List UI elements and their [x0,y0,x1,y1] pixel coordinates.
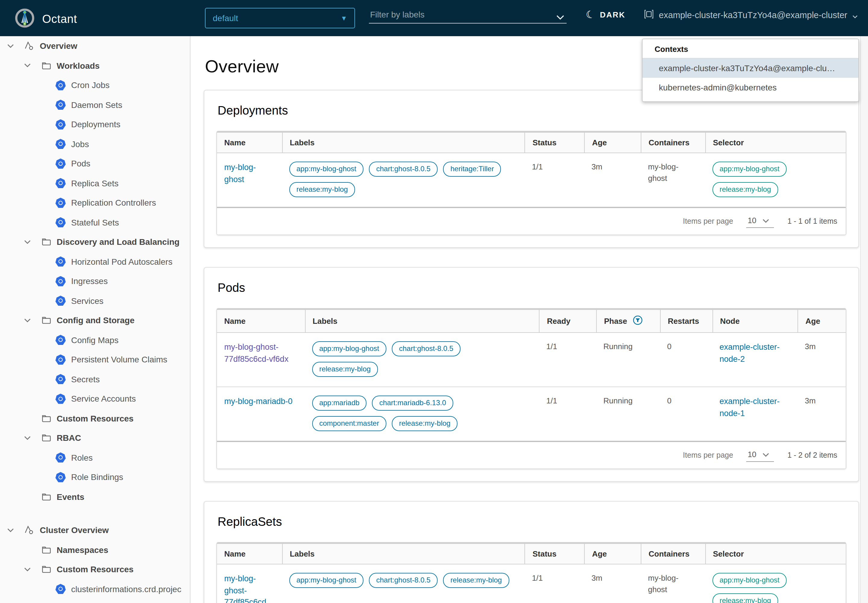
crd-icon [56,584,66,594]
label-tag[interactable]: release:my-blog [312,362,378,377]
context-option-example-cluster-ka3tutzyo4a-example-clu[interactable]: example-cluster-ka3TuTzYo4a@example-clu… [643,59,858,78]
label-tag[interactable]: release:my-blog [392,416,458,431]
chevron-down-icon[interactable] [23,436,31,440]
sidebar-item-daemon-sets[interactable]: Daemon Sets [0,95,190,114]
column-header-label: Name [224,549,246,558]
sidebar-item-jobs[interactable]: Jobs [0,134,190,154]
sidebar-item-replication-controllers[interactable]: Replication Controllers [0,193,190,213]
sidebar-item-namespaces[interactable]: Namespaces [0,540,190,560]
selector-tag[interactable]: release:my-blog [712,182,778,197]
label-tag[interactable]: app:mariadb [312,396,366,411]
theme-toggle-button[interactable]: ☾ DARK [586,10,626,20]
label-tag[interactable]: chart:ghost-8.0.5 [369,162,438,177]
sidebar-item-csidrivers-csi-storage-k8s-io[interactable]: csidrivers.csi.storage.k8s.io [0,599,190,603]
chevron-down-icon[interactable] [23,567,31,572]
label-tag[interactable]: app:my-blog-ghost [312,341,386,356]
sidebar-item-secrets[interactable]: Secrets [0,370,190,389]
tag-list: app:my-blog-ghostchart:ghost-8.0.5herita… [289,162,514,197]
folder-icon [41,545,51,555]
resource-link[interactable]: my-blog-mariadb-0 [224,396,293,407]
sidebar-item-cron-jobs[interactable]: Cron Jobs [0,76,190,95]
sidebar-item-label: Custom Resources [57,565,133,574]
label-tag[interactable]: component:master [312,416,386,431]
table-header-row: NameLabelsStatusAgeContainersSelector [217,133,846,153]
label-tag[interactable]: app:my-blog-ghost [289,573,363,588]
node-link[interactable]: example-cluster-node-2 [720,341,787,365]
tag-list: app:my-blog-ghostrelease:my-blog [712,573,835,603]
cell-text: 3m [592,162,602,171]
table-row: my-blog-mariadb-0app:mariadbchart:mariad… [217,387,846,441]
column-header-name: Name [217,310,305,332]
sidebar-item-clusterinformations-crd-projec[interactable]: clusterinformations.crd.projec [0,579,190,599]
chevron-down-icon[interactable] [23,240,31,244]
label-tag[interactable]: chart:ghost-8.0.5 [392,341,460,356]
sidebar-item-replica-sets[interactable]: Replica Sets [0,173,190,193]
cell-containers: my-blog-ghost [641,153,705,194]
table-row: my-blog-ghostapp:my-blog-ghostchart:ghos… [217,153,846,207]
sidebar-item-custom-resources[interactable]: Custom Resources [0,408,190,428]
secrets-icon [56,374,66,384]
sidebar-item-service-accounts[interactable]: Service Accounts [0,389,190,408]
sidebar-item-cluster-overview[interactable]: Cluster Overview [0,520,190,540]
sidebar-item-workloads[interactable]: Workloads [0,56,190,76]
sidebar-item-label: Cron Jobs [71,80,110,90]
badge-glyph [59,181,63,186]
sidebar-item-rbac[interactable]: RBAC [0,428,190,448]
badge-glyph [59,260,63,264]
node-link[interactable]: example-cluster-node-1 [720,396,787,419]
sidebar-item-discovery-and-load-balancing[interactable]: Discovery and Load Balancing [0,232,190,252]
column-header-label: Containers [649,138,690,147]
column-header-label: Selector [713,138,744,147]
table-row: my-blog-ghost-77df85c6cd-vf6dxapp:my-blo… [217,333,846,387]
sidebar-item-role-bindings[interactable]: Role Bindings [0,467,190,487]
label-tag[interactable]: chart:ghost-8.0.5 [369,573,438,588]
label-tag[interactable]: release:my-blog [289,182,355,197]
context-selector-button[interactable]: example-cluster-ka3TuTzYo4a@example-clus… [644,9,857,21]
sidebar-item-roles[interactable]: Roles [0,448,190,467]
items-per-page-select[interactable]: 10 [746,215,774,228]
label-tag[interactable]: release:my-blog [443,573,509,588]
replicationcontrollers-icon [56,198,66,208]
sidebar-item-ingresses[interactable]: Ingresses [0,271,190,291]
sidebar-item-stateful-sets[interactable]: Stateful Sets [0,213,190,232]
column-header-label: Node [720,317,740,326]
items-per-page-select[interactable]: 10 [746,448,774,462]
filter-icon[interactable] [633,315,643,327]
replicasets-icon [56,178,66,189]
sidebar-item-overview[interactable]: Overview [0,36,190,56]
sidebar-item-deployments[interactable]: Deployments [0,114,190,134]
sidebar-item-pods[interactable]: Pods [0,154,190,173]
sidebar-item-events[interactable]: Events [0,487,190,507]
label-tag[interactable]: heritage:Tiller [443,162,501,177]
cell-text: Running [603,342,633,351]
label-tag[interactable]: chart:mariadb-6.13.0 [372,396,453,411]
page-scrollbar[interactable] [860,36,868,603]
label-filter-input[interactable] [369,8,567,23]
selector-tag[interactable]: app:my-blog-ghost [712,162,787,177]
services-icon [56,296,66,306]
sidebar-item-services[interactable]: Services [0,291,190,311]
sidebar-item-config-and-storage[interactable]: Config and Storage [0,311,190,330]
chevron-down-icon[interactable] [556,11,564,22]
chevron-down-icon[interactable] [6,528,14,532]
chevron-down-icon[interactable] [6,44,14,48]
resource-link[interactable]: my-blog-ghost-77df85c6cd-vf6dx [224,341,294,365]
sidebar-item-horizontal-pod-autoscalers[interactable]: Horizontal Pod Autoscalers [0,252,190,271]
sidebar-item-config-maps[interactable]: Config Maps [0,330,190,350]
tag-list: app:my-blog-ghostchart:ghost-8.0.5releas… [312,341,528,377]
selector-tag[interactable]: app:my-blog-ghost [712,573,787,588]
cluster-icon [644,9,654,21]
resource-link[interactable]: my-blog-ghost [224,162,271,185]
context-option-kubernetes-admin-kubernetes[interactable]: kubernetes-admin@kubernetes [643,78,858,97]
sidebar-item-persistent-volume-claims[interactable]: Persistent Volume Claims [0,350,190,370]
items-per-page-value: 10 [748,450,757,459]
resource-link[interactable]: my-blog-ghost-77df85c6cd [224,573,271,603]
sidebar-item-custom-resources[interactable]: Custom Resources [0,560,190,579]
chevron-down-icon[interactable] [23,63,31,68]
chevron-down-icon[interactable] [23,319,31,323]
pagination-range: 1 - 1 of 1 items [788,217,837,226]
label-tag[interactable]: app:my-blog-ghost [289,162,363,177]
namespace-select[interactable]: default ▼ [205,8,355,28]
column-header-age: Age [584,133,641,153]
selector-tag[interactable]: release:my-blog [712,593,778,603]
